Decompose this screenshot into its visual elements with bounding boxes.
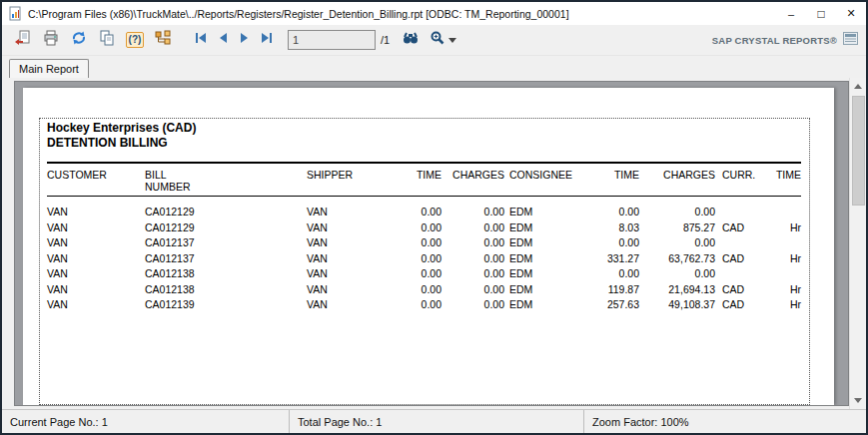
cell: CA012129: [145, 205, 307, 220]
cell: VAN: [307, 297, 387, 313]
status-total-page: Total Page No.: 1: [290, 410, 584, 433]
print-button[interactable]: [38, 28, 64, 52]
cell: 0.00: [589, 205, 639, 220]
cell: 49,108.37: [639, 297, 715, 313]
cell: 0.00: [639, 235, 715, 251]
cell: EDM: [504, 282, 589, 298]
maximize-button[interactable]: □: [806, 2, 836, 25]
cell: [765, 205, 801, 220]
copy-button[interactable]: [94, 28, 120, 52]
scroll-thumb[interactable]: [852, 96, 865, 206]
close-button[interactable]: ✕: [836, 2, 866, 25]
report-title: DETENTION BILLING: [47, 136, 809, 151]
column-header: CONSIGNEE: [504, 169, 589, 193]
cell: 331.27: [589, 251, 639, 267]
cell: 875.27: [639, 220, 715, 236]
toggle-parameter-panel-button[interactable]: (?): [122, 28, 148, 52]
cell: Hr: [765, 282, 801, 298]
column-header: TIME: [589, 169, 639, 193]
cell: VAN: [307, 235, 387, 251]
scroll-up-button[interactable]: [850, 78, 867, 95]
export-button[interactable]: [10, 28, 36, 52]
header-rule-top: [47, 162, 801, 164]
go-next-page-icon: [238, 31, 252, 49]
print-icon: [43, 30, 59, 50]
copy-icon: [99, 30, 115, 50]
cell: 0.00: [441, 205, 504, 220]
cell: CAD: [715, 251, 765, 267]
cell: VAN: [307, 220, 387, 236]
cell: 119.87: [589, 282, 639, 298]
column-header: SHIPPER: [307, 169, 387, 193]
vertical-scrollbar[interactable]: [849, 78, 866, 409]
cell: 0.00: [387, 282, 441, 298]
page-number-input[interactable]: [288, 30, 376, 50]
column-header: CUSTOMER: [47, 169, 145, 193]
page-navigation: [190, 29, 278, 51]
page-total-label: /1: [381, 34, 390, 46]
cell: EDM: [504, 205, 589, 220]
status-zoom-factor: Zoom Factor: 100%: [584, 410, 866, 433]
cell: CA012138: [145, 282, 307, 298]
tab-main-report[interactable]: Main Report: [9, 59, 89, 78]
status-current-page: Current Page No.: 1: [2, 410, 290, 433]
cell: EDM: [504, 220, 589, 236]
cell: CA012139: [145, 297, 307, 313]
table-row: VANCA012138VAN0.000.00EDM119.8721,694.13…: [47, 282, 801, 298]
report-content: Hockey Enterprises (CAD) DETENTION BILLI…: [40, 119, 809, 313]
column-header: CHARGES: [441, 169, 504, 193]
find-text-button[interactable]: [398, 28, 424, 52]
scroll-down-button[interactable]: [850, 392, 867, 409]
minimize-button[interactable]: –: [776, 2, 806, 25]
cell: CA012138: [145, 266, 307, 282]
cell: 0.00: [639, 205, 715, 220]
report-table-body: VANCA012129VAN0.000.00EDM0.000.00 VANCA0…: [47, 205, 809, 313]
table-row: VANCA012139VAN0.000.00EDM257.6349,108.37…: [47, 297, 801, 313]
toggle-group-tree-button[interactable]: [150, 28, 176, 52]
cell: [715, 266, 765, 282]
header-rule-bottom: [47, 196, 801, 197]
find-text-icon: [403, 30, 419, 50]
table-row: VANCA012138VAN0.000.00EDM0.000.00: [47, 266, 801, 282]
report-canvas: Hockey Enterprises (CAD) DETENTION BILLI…: [39, 118, 810, 405]
cell: 0.00: [441, 297, 504, 313]
cell: VAN: [47, 297, 145, 313]
cell: Hr: [765, 297, 801, 313]
cell: 0.00: [589, 235, 639, 251]
status-bar: Current Page No.: 1 Total Page No.: 1 Zo…: [2, 409, 866, 433]
go-first-page-button[interactable]: [190, 29, 212, 51]
cell: EDM: [504, 251, 589, 267]
crystal-reports-window: C:\Program Files (x86)\TruckMate\../Repo…: [0, 0, 868, 435]
go-last-page-button[interactable]: [256, 29, 278, 51]
cell: 0.00: [441, 235, 504, 251]
cell: 0.00: [639, 266, 715, 282]
cell: CAD: [715, 282, 765, 298]
table-row: VANCA012137VAN0.000.00EDM331.2763,762.73…: [47, 251, 801, 267]
cell: 0.00: [441, 251, 504, 267]
cell: 0.00: [387, 205, 441, 220]
cell: Hr: [765, 220, 801, 236]
report-file-icon: [8, 6, 23, 21]
cell: VAN: [47, 266, 145, 282]
go-next-page-button[interactable]: [234, 29, 256, 51]
cell: 0.00: [387, 297, 441, 313]
cell: 257.63: [589, 297, 639, 313]
zoom-icon: [430, 30, 445, 50]
zoom-button[interactable]: [426, 28, 459, 52]
refresh-button[interactable]: [66, 28, 92, 52]
scroll-down-icon: [854, 398, 862, 403]
cell: EDM: [504, 235, 589, 251]
column-header: CHARGES: [639, 169, 715, 193]
cell: VAN: [47, 282, 145, 298]
cell: 0.00: [387, 251, 441, 267]
go-previous-page-button[interactable]: [212, 29, 234, 51]
cell: VAN: [47, 205, 145, 220]
cell: CAD: [715, 297, 765, 313]
sap-logo-icon: [843, 31, 858, 49]
cell: EDM: [504, 266, 589, 282]
cell: 0.00: [387, 220, 441, 236]
tab-bar: Main Report: [2, 56, 866, 78]
cell: 0.00: [589, 266, 639, 282]
cell: [715, 205, 765, 220]
cell: 0.00: [387, 235, 441, 251]
